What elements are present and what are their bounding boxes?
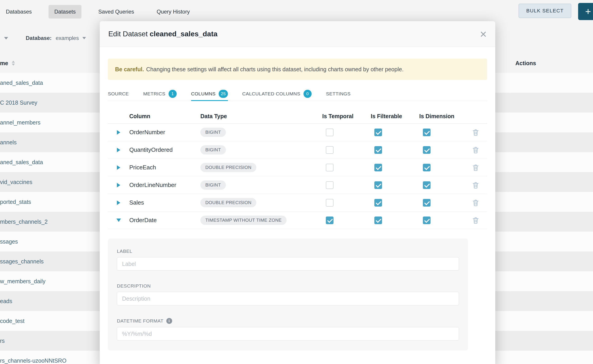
tab-label: SETTINGS [326, 91, 351, 97]
caret-right-icon [117, 183, 120, 187]
is-filterable-checkbox[interactable] [374, 181, 382, 189]
actions-column-header: Actions [515, 60, 536, 66]
is-filterable-checkbox[interactable] [374, 164, 382, 171]
dataset-name-link[interactable]: w_members_daily [0, 278, 45, 285]
data-type-pill: BIGINT [200, 180, 226, 190]
data-type-pill: BIGINT [200, 128, 226, 137]
info-icon[interactable]: i [166, 318, 172, 324]
is-temporal-checkbox[interactable] [326, 164, 334, 171]
chevron-down-icon[interactable] [82, 37, 86, 39]
delete-column-icon[interactable] [472, 181, 480, 189]
name-column-header[interactable]: me [0, 60, 8, 66]
caret-right-icon [117, 148, 120, 152]
expand-toggle[interactable] [108, 219, 129, 222]
columns-table-header: Column Data Type Is Temporal Is Filterab… [108, 109, 487, 124]
dataset-name-link[interactable]: rs [0, 338, 5, 344]
description-input[interactable] [117, 292, 459, 305]
dataset-name-link[interactable]: mbers_channels_2 [0, 219, 48, 225]
edit-dataset-modal: Edit Dataset cleaned_sales_data × Be car… [100, 21, 495, 364]
delete-column-icon[interactable] [472, 216, 480, 224]
calculated-columns-count-badge: 0 [303, 90, 312, 98]
datetime-format-input[interactable] [117, 327, 459, 341]
is-filterable-checkbox[interactable] [374, 129, 382, 136]
expand-toggle[interactable] [108, 183, 129, 187]
dataset-name-link[interactable]: rs_channels-uzooNNtSRO [0, 358, 66, 364]
dataset-name-link[interactable]: annel_members [0, 119, 40, 126]
datetime-format-field: DATETIME FORMAT i [117, 318, 459, 341]
is-filterable-checkbox[interactable] [374, 146, 382, 154]
column-name: Sales [129, 199, 200, 206]
metrics-count-badge: 1 [169, 90, 177, 98]
delete-column-icon[interactable] [472, 163, 480, 172]
is-temporal-checkbox[interactable] [326, 146, 334, 154]
column-name: OrderNumber [129, 129, 200, 136]
dataset-name-link[interactable]: aned_sales_data [0, 159, 43, 166]
tab-calculated-columns[interactable]: CALCULATED COLUMNS 0 [242, 87, 312, 101]
description-field-label: DESCRIPTION [117, 283, 459, 289]
is-dimension-checkbox[interactable] [423, 129, 430, 136]
label-field-label: LABEL [117, 248, 459, 254]
nav-item-databases[interactable]: Databases [0, 5, 38, 19]
nav-item-saved-queries[interactable]: Saved Queries [92, 5, 140, 19]
tab-settings[interactable]: SETTINGS [326, 87, 351, 101]
nav-item-datasets[interactable]: Datasets [48, 5, 82, 19]
tab-label: METRICS [143, 91, 165, 97]
is-dimension-checkbox[interactable] [423, 199, 430, 207]
column-row: PriceEach DOUBLE PRECISION [108, 159, 487, 176]
sort-icon[interactable] [12, 61, 15, 66]
expand-toggle[interactable] [108, 165, 129, 170]
delete-column-icon[interactable] [472, 146, 480, 154]
tab-metrics[interactable]: METRICS 1 [143, 87, 177, 101]
data-type-pill: DOUBLE PRECISION [200, 198, 256, 207]
is-filterable-checkbox[interactable] [374, 199, 382, 207]
expand-toggle[interactable] [108, 148, 129, 152]
is-temporal-checkbox[interactable] [326, 216, 334, 224]
label-input[interactable] [117, 257, 459, 271]
header-is-dimension: Is Dimension [419, 113, 468, 120]
dataset-name-link[interactable]: C 2018 Survey [0, 99, 37, 106]
dataset-name-link[interactable]: vid_vaccines [0, 179, 32, 185]
dataset-name-link[interactable]: ported_stats [0, 199, 31, 205]
header-is-filterable: Is Filterable [371, 113, 419, 120]
nav-item-query-history[interactable]: Query History [151, 5, 196, 19]
data-type-pill: BIGINT [200, 145, 226, 155]
dataset-name-link[interactable]: ssages_channels [0, 258, 44, 265]
is-dimension-checkbox[interactable] [423, 181, 430, 189]
column-name: OrderDate [129, 217, 200, 224]
is-temporal-checkbox[interactable] [326, 129, 334, 136]
datetime-format-label-text: DATETIME FORMAT [117, 318, 164, 324]
is-temporal-checkbox[interactable] [326, 181, 334, 189]
database-filter-value[interactable]: examples [56, 35, 79, 41]
column-row: OrderNumber BIGINT [108, 124, 487, 141]
dataset-name-link[interactable]: annels [0, 139, 17, 146]
caret-right-icon [117, 165, 120, 170]
delete-column-icon[interactable] [472, 128, 480, 136]
is-dimension-checkbox[interactable] [423, 216, 430, 224]
warning-banner-bold: Be careful. [115, 66, 144, 73]
delete-column-icon[interactable] [472, 199, 480, 207]
columns-table: Column Data Type Is Temporal Is Filterab… [108, 109, 487, 229]
warning-banner: Be careful. Changing these settings will… [108, 59, 487, 80]
is-dimension-checkbox[interactable] [423, 164, 430, 171]
is-dimension-checkbox[interactable] [423, 146, 430, 154]
modal-body: Be careful. Changing these settings will… [100, 59, 495, 351]
modal-title-prefix: Edit Dataset [108, 30, 148, 38]
dataset-name-link[interactable]: aned_sales_data [0, 80, 43, 86]
dataset-name-link[interactable]: ssages [0, 238, 18, 245]
data-type-pill: TIMESTAMP WITHOUT TIME ZONE [200, 216, 287, 225]
add-dataset-button[interactable]: + [578, 3, 593, 20]
close-icon[interactable]: × [480, 28, 487, 40]
column-row: OrderLineNumber BIGINT [108, 176, 487, 194]
expand-toggle[interactable] [108, 201, 129, 205]
columns-count-badge: 25 [219, 90, 228, 98]
tab-source[interactable]: SOURCE [108, 87, 129, 101]
dataset-name-link[interactable]: code_test [0, 318, 24, 324]
is-temporal-checkbox[interactable] [326, 199, 334, 207]
bulk-select-button[interactable]: BULK SELECT [519, 4, 571, 18]
dataset-name-link[interactable]: eads [0, 298, 12, 305]
chevron-down-icon[interactable] [4, 37, 8, 39]
description-field-label-text: DESCRIPTION [117, 283, 151, 289]
is-filterable-checkbox[interactable] [374, 216, 382, 224]
tab-columns[interactable]: COLUMNS 25 [191, 87, 228, 101]
expand-toggle[interactable] [108, 130, 129, 135]
